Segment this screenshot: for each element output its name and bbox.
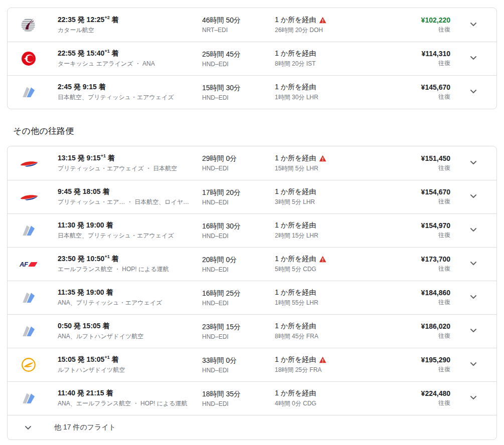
airline-names: エールフランス航空 ・ HOP! による運航 — [58, 265, 195, 274]
price-cell: ¥154,670 往復 — [374, 188, 450, 206]
duration-cell: 18時間 35分 HND–EDI — [202, 390, 275, 407]
route-airports: HND–EDI — [202, 61, 275, 68]
airline-logo-cell — [8, 389, 58, 407]
airline-logo-cell — [8, 221, 58, 240]
show-more-flights-button[interactable]: 他 17 件のフライト — [8, 415, 496, 439]
total-duration: 29時間 0分 — [202, 154, 275, 163]
flight-times-cell: 2:45 発 9:15 着 日本航空、ブリティッシュ・エアウェイズ — [58, 83, 202, 102]
chevron-down-icon — [467, 391, 479, 405]
chevron-down-icon — [467, 257, 479, 271]
total-duration: 23時間 15分 — [202, 323, 275, 332]
price-cell: ¥102,220 往復 — [374, 16, 450, 34]
other-flights-list: 13:15 発 9:15+1 着 ブリティッシュ・エアウェイズ ・ 日本航空 2… — [8, 146, 496, 415]
price: ¥173,700 — [374, 255, 450, 263]
layover-info: 8時間 20分 IST — [275, 60, 374, 68]
flight-times: 22:55 発 15:40+1 着 — [58, 49, 195, 58]
airline-logo-cell — [8, 191, 58, 202]
flight-times: 22:35 発 12:25+2 着 — [58, 16, 195, 25]
route-airports: HND–EDI — [202, 233, 275, 240]
flight-times-cell: 13:15 発 9:15+1 着 ブリティッシュ・エアウェイズ ・ 日本航空 — [58, 154, 202, 173]
expand-flight-button[interactable] — [450, 52, 496, 66]
expand-flight-button[interactable] — [450, 358, 496, 372]
layover-info: 26時間 20分 DOH — [275, 26, 374, 35]
trip-type-label: 往復 — [374, 399, 450, 407]
expand-flight-button[interactable] — [450, 85, 496, 99]
stops-cell: 1 か所を経由 8時間 45分 FRA — [275, 322, 374, 341]
route-airports: NRT–EDI — [202, 27, 275, 34]
stops-cell: 1 か所を経由 26時間 20分 DOH — [275, 16, 374, 35]
expand-flight-button[interactable] — [450, 324, 496, 338]
chevron-down-icon — [467, 156, 479, 170]
trip-type-label: 往復 — [374, 197, 450, 206]
airline-logo-cell: AF — [8, 261, 58, 268]
duration-cell: 29時間 0分 HND–EDI — [202, 154, 275, 172]
flight-row[interactable]: 0:50 発 15:05 着 ANA、ルフトハンザドイツ航空 23時間 15分 … — [8, 314, 496, 348]
airline-names: ブリティッシュ・エアウェイズ ・ 日本航空 — [58, 164, 195, 173]
expand-flight-button[interactable] — [450, 291, 496, 305]
airline-names: ANA、エールフランス航空 ・ HOP! による運航 — [58, 399, 195, 408]
price: ¥102,220 — [374, 16, 450, 24]
stops-count: 1 か所を経由 — [275, 154, 316, 163]
total-duration: 25時間 45分 — [202, 50, 275, 59]
flight-row[interactable]: 13:15 発 9:15+1 着 ブリティッシュ・エアウェイズ ・ 日本航空 2… — [8, 146, 496, 180]
flight-times: 0:50 発 15:05 着 — [58, 322, 195, 331]
price: ¥186,020 — [374, 322, 450, 330]
stops-cell: 1 か所を経由 8時間 20分 IST — [275, 49, 374, 68]
price-cell: ¥186,020 往復 — [374, 322, 450, 340]
flight-row[interactable]: 11:35 発 19:00 着 ANA、ブリティッシュ・エアウェイズ 16時間 … — [8, 281, 496, 314]
layover-info: 4時間 0分 CDG — [275, 399, 374, 408]
stops-cell: 1 か所を経由 2時間 15分 LHR — [275, 221, 374, 240]
flight-row[interactable]: 11:30 発 19:00 着 日本航空、ブリティッシュ・エアウェイズ 16時間… — [8, 213, 496, 247]
flight-row[interactable]: 22:55 発 15:40+1 着 ターキッシュ エアラインズ ・ ANA 25… — [8, 42, 496, 75]
price-cell: ¥195,290 往復 — [374, 356, 450, 374]
airline-logo-cell — [8, 356, 58, 374]
stops-cell: 1 か所を経由 5時間 5分 CDG — [275, 255, 374, 274]
total-duration: 16時間 25分 — [202, 289, 275, 298]
route-airports: HND–EDI — [202, 199, 275, 206]
layover-info: 15時間 5分 LHR — [275, 164, 374, 173]
stops-cell: 1 か所を経由 15時間 5分 LHR — [275, 154, 374, 173]
flight-times-cell: 11:30 発 19:00 着 日本航空、ブリティッシュ・エアウェイズ — [58, 221, 202, 240]
flight-times: 13:15 発 9:15+1 着 — [58, 154, 195, 163]
price: ¥114,310 — [374, 50, 450, 58]
trip-type-label: 往復 — [374, 298, 450, 307]
price-cell: ¥173,700 往復 — [374, 255, 450, 273]
stops-count: 1 か所を経由 — [275, 83, 316, 92]
price: ¥154,970 — [374, 221, 450, 230]
multiple-airlines-logo — [20, 322, 38, 340]
flight-row[interactable]: 15:05 発 15:05+1 着 ルフトハンザドイツ航空 33時間 0分 HN… — [8, 348, 496, 381]
flight-row[interactable]: 9:45 発 18:05 着 ブリティッシュ・エア… ・ 日本航空、ロイヤル・エ… — [8, 180, 496, 213]
stops-count: 1 か所を経由 — [275, 16, 316, 25]
best-flights-card: 22:35 発 12:25+2 着 カタール航空 46時間 50分 NRT–ED… — [7, 8, 497, 109]
flight-times: 2:45 発 9:15 着 — [58, 83, 195, 92]
flight-times-cell: 0:50 発 15:05 着 ANA、ルフトハンザドイツ航空 — [58, 322, 202, 341]
duration-cell: 46時間 50分 NRT–EDI — [202, 16, 275, 34]
route-airports: HND–EDI — [202, 300, 275, 307]
flight-times: 11:35 発 19:00 着 — [58, 288, 195, 297]
expand-flight-button[interactable] — [450, 18, 496, 32]
expand-flight-button[interactable] — [450, 391, 496, 405]
expand-flight-button[interactable] — [450, 156, 496, 170]
layover-info: 3時間 5分 LHR — [275, 198, 374, 206]
trip-type-label: 往復 — [374, 332, 450, 340]
route-airports: HND–EDI — [202, 165, 275, 172]
duration-cell: 16時間 30分 HND–EDI — [202, 222, 275, 240]
expand-flight-button[interactable] — [450, 257, 496, 271]
flight-row[interactable]: 22:35 発 12:25+2 着 カタール航空 46時間 50分 NRT–ED… — [8, 8, 496, 42]
total-duration: 15時間 30分 — [202, 84, 275, 93]
trip-type-label: 往復 — [374, 59, 450, 68]
expand-flight-button[interactable] — [450, 224, 496, 238]
flight-row[interactable]: 2:45 発 9:15 着 日本航空、ブリティッシュ・エアウェイズ 15時間 3… — [8, 75, 496, 109]
total-duration: 17時間 20分 — [202, 188, 275, 197]
price: ¥184,860 — [374, 289, 450, 297]
trip-type-label: 往復 — [374, 26, 450, 34]
other-departing-flights-heading: その他の往路便 — [13, 125, 497, 137]
stops-count: 1 か所を経由 — [275, 187, 316, 196]
flight-row[interactable]: 11:40 発 21:15 着 ANA、エールフランス航空 ・ HOP! による… — [8, 381, 496, 415]
flight-row[interactable]: AF 23:50 発 10:50+1 着 エールフランス航空 ・ HOP! によ… — [8, 247, 496, 281]
expand-flight-button[interactable] — [450, 190, 496, 204]
chevron-down-icon — [467, 85, 479, 99]
multiple-airlines-logo — [20, 389, 38, 407]
airline-names: ルフトハンザドイツ航空 — [58, 366, 195, 374]
chevron-down-icon — [467, 190, 479, 204]
